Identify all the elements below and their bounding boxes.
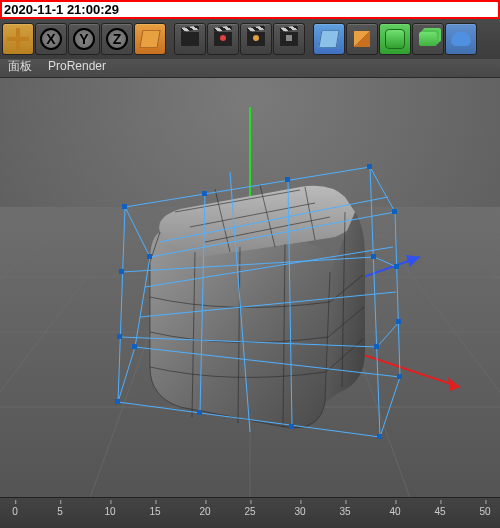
tick: 20 bbox=[199, 506, 210, 517]
menu-panel[interactable]: 面板 bbox=[8, 58, 32, 75]
deformer-icon bbox=[451, 32, 471, 46]
menu-prorender[interactable]: ProRender bbox=[48, 59, 106, 73]
tick: 25 bbox=[244, 506, 255, 517]
tick: 10 bbox=[104, 506, 115, 517]
timestamp-overlay: 2020-11-1 21:00:29 bbox=[0, 0, 500, 19]
svg-rect-29 bbox=[367, 164, 372, 169]
generator-button[interactable] bbox=[379, 23, 411, 55]
array-button[interactable] bbox=[412, 23, 444, 55]
render-button-2[interactable] bbox=[207, 23, 239, 55]
z-axis-icon: Z bbox=[106, 28, 128, 50]
render-button-3[interactable] bbox=[240, 23, 272, 55]
array-icon bbox=[419, 32, 437, 46]
svg-rect-32 bbox=[119, 269, 124, 274]
svg-rect-41 bbox=[377, 434, 382, 439]
x-axis-icon: X bbox=[40, 28, 62, 50]
3d-viewport[interactable] bbox=[0, 77, 500, 498]
tick: 40 bbox=[389, 506, 400, 517]
svg-rect-40 bbox=[289, 424, 294, 429]
tick: 5 bbox=[57, 506, 63, 517]
clapboard-gear-icon bbox=[280, 32, 298, 46]
clapboard-icon bbox=[214, 32, 232, 46]
svg-rect-42 bbox=[132, 344, 137, 349]
svg-rect-27 bbox=[202, 191, 207, 196]
svg-rect-34 bbox=[394, 264, 399, 269]
svg-rect-31 bbox=[392, 209, 397, 214]
render-settings-button[interactable] bbox=[273, 23, 305, 55]
tick: 35 bbox=[339, 506, 350, 517]
svg-rect-33 bbox=[371, 254, 376, 259]
primitive-cube-button[interactable] bbox=[134, 23, 166, 55]
clapboard-icon bbox=[181, 32, 199, 46]
add-cube-button[interactable] bbox=[313, 23, 345, 55]
axis-x-button[interactable]: X bbox=[35, 23, 67, 55]
axis-y-button[interactable]: Y bbox=[68, 23, 100, 55]
svg-rect-30 bbox=[147, 254, 152, 259]
spline-pen-button[interactable] bbox=[346, 23, 378, 55]
viewport-canvas bbox=[0, 77, 500, 498]
svg-rect-26 bbox=[122, 204, 127, 209]
nurbs-icon bbox=[385, 29, 405, 49]
tick: 30 bbox=[294, 506, 305, 517]
axis-z-button[interactable]: Z bbox=[101, 23, 133, 55]
move-tool-button[interactable] bbox=[2, 23, 34, 55]
svg-rect-35 bbox=[117, 334, 122, 339]
tick: 15 bbox=[149, 506, 160, 517]
clapboard-icon bbox=[247, 32, 265, 46]
svg-rect-43 bbox=[397, 374, 402, 379]
timeline-ruler[interactable]: 0 5 10 15 20 25 30 35 40 45 50 bbox=[0, 506, 500, 524]
pen-icon bbox=[354, 31, 370, 47]
deformer-button[interactable] bbox=[445, 23, 477, 55]
cube-icon bbox=[139, 30, 160, 48]
svg-rect-39 bbox=[197, 410, 202, 415]
svg-rect-37 bbox=[396, 319, 401, 324]
cube-icon bbox=[318, 30, 339, 48]
cube-object[interactable] bbox=[150, 185, 365, 428]
svg-rect-28 bbox=[285, 177, 290, 182]
tick: 0 bbox=[12, 506, 18, 517]
main-toolbar: X Y Z bbox=[0, 19, 500, 59]
y-axis-icon: Y bbox=[73, 28, 95, 50]
render-button-1[interactable] bbox=[174, 23, 206, 55]
timeline[interactable]: 0 5 10 15 20 25 30 35 40 45 50 bbox=[0, 497, 500, 528]
tick: 45 bbox=[434, 506, 445, 517]
tick: 50 bbox=[479, 506, 490, 517]
svg-rect-36 bbox=[374, 344, 379, 349]
svg-rect-38 bbox=[115, 399, 120, 404]
move-icon bbox=[7, 28, 29, 50]
